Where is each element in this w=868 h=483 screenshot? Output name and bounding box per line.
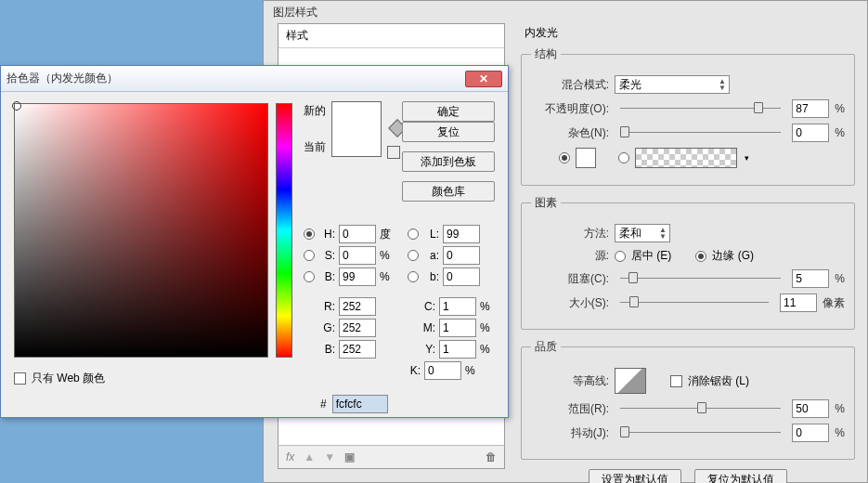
source-center-radio[interactable] [615,251,626,262]
add-swatch-button[interactable]: 添加到色板 [402,151,495,172]
down-arrow-icon[interactable]: ▼ [324,450,335,463]
add-icon[interactable]: ▣ [344,450,355,463]
h-input[interactable] [339,225,376,243]
b2-label: b: [424,270,439,283]
size-label: 大小(S): [531,295,609,311]
a-radio[interactable] [408,250,419,261]
glow-gradient-picker[interactable] [635,148,737,168]
inner-glow-panel: 内发光 结构 混合模式: 柔光▲▼ 不透明度(O): % 杂色(N): [521,23,855,483]
range-unit: % [835,402,845,415]
k-input[interactable] [424,361,461,380]
b-input[interactable] [339,268,376,286]
g-label: G: [320,321,335,334]
antialias-label: 消除锯齿 (L) [688,373,749,389]
blend-mode-label: 混合模式: [531,77,609,93]
c-label: C: [421,300,435,313]
b-radio[interactable] [304,271,315,282]
c-input[interactable] [439,297,476,316]
glow-color-swatch[interactable] [576,148,596,168]
size-slider[interactable] [620,295,769,310]
bb-input[interactable] [339,340,376,359]
new-color-label: 新的 [304,103,326,119]
r-label: R: [320,300,335,313]
fx-icon[interactable]: fx [286,450,294,463]
elements-legend: 图素 [531,195,561,211]
hex-prefix: # [320,398,327,411]
current-color-label: 当前 [304,139,326,155]
antialias-checkbox[interactable] [670,375,682,387]
close-button[interactable]: ✕ [465,71,502,87]
source-edge-radio[interactable] [695,251,706,262]
y-input[interactable] [439,340,476,359]
source-center-label: 居中 (E) [631,248,671,264]
noise-slider[interactable] [620,125,781,140]
opacity-label: 不透明度(O): [531,101,609,117]
source-edge-label: 边缘 (G) [712,248,754,264]
range-input[interactable] [792,399,829,418]
color-picker-dialog: 拾色器（内发光颜色） ✕ 只有 Web 颜色 新的 当前 [0,65,509,418]
noise-unit: % [835,126,845,139]
s-label: S: [320,249,335,262]
jitter-slider[interactable] [620,425,781,440]
up-arrow-icon[interactable]: ▲ [304,450,315,463]
a-input[interactable] [443,246,480,265]
m-label: M: [421,321,435,334]
elements-group: 图素 方法: 柔和▲▼ 源: 居中 (E) 边缘 (G) 阻塞(C): [521,195,855,330]
l-input[interactable] [443,225,480,243]
choke-label: 阻塞(C): [531,271,609,287]
h-radio[interactable] [304,228,315,240]
b-label: B: [320,270,335,283]
l-radio[interactable] [408,228,419,240]
color-libraries-button[interactable]: 颜色库 [402,181,495,202]
g-input[interactable] [339,319,376,337]
k-label: K: [406,364,421,377]
picker-ring-icon [12,101,21,111]
noise-input[interactable] [792,124,829,142]
size-unit: 像素 [823,295,845,311]
inner-glow-title: 内发光 [521,23,855,46]
color-field[interactable] [14,103,268,358]
choke-unit: % [835,272,845,285]
hue-slider[interactable] [276,103,292,358]
color-picker-title: 拾色器（内发光颜色） [6,71,118,86]
structure-legend: 结构 [531,46,561,62]
h-label: H: [320,228,335,241]
choke-slider[interactable] [620,271,781,286]
jitter-input[interactable] [792,424,829,442]
choke-input[interactable] [792,269,829,288]
blend-mode-select[interactable]: 柔光▲▼ [615,75,730,94]
contour-picker[interactable] [615,368,646,394]
jitter-unit: % [835,426,845,439]
s-input[interactable] [339,246,376,265]
web-safe-swatch[interactable] [387,146,400,159]
b2-input[interactable] [443,268,480,286]
quality-legend: 品质 [531,339,561,355]
b2-radio[interactable] [408,271,419,282]
cancel-button[interactable]: 复位 [402,122,495,142]
web-only-label: 只有 Web 颜色 [32,371,105,386]
new-current-swatch[interactable] [331,101,382,157]
color-picker-titlebar[interactable]: 拾色器（内发光颜色） ✕ [1,66,508,92]
trash-icon[interactable]: 🗑 [486,450,497,463]
opacity-input[interactable] [792,99,829,118]
y-label: Y: [421,343,435,356]
m-input[interactable] [439,319,476,337]
hex-input[interactable] [332,395,388,413]
web-only-checkbox[interactable] [14,372,26,385]
range-slider[interactable] [620,401,781,416]
r-input[interactable] [339,297,376,316]
ok-button[interactable]: 确定 [402,101,495,122]
a-label: a: [424,249,439,262]
set-default-button[interactable]: 设置为默认值 [589,469,681,483]
glow-gradient-radio[interactable] [618,152,629,163]
dropdown-icon[interactable]: ▾ [745,153,749,163]
reset-default-button[interactable]: 复位为默认值 [694,469,787,483]
size-input[interactable] [780,294,817,312]
source-label: 源: [531,248,609,264]
s-radio[interactable] [304,250,315,261]
glow-color-radio[interactable] [559,152,570,163]
noise-label: 杂色(N): [531,125,609,141]
opacity-slider[interactable] [620,101,781,116]
technique-select[interactable]: 柔和▲▼ [615,224,670,242]
l-label: L: [424,228,439,241]
